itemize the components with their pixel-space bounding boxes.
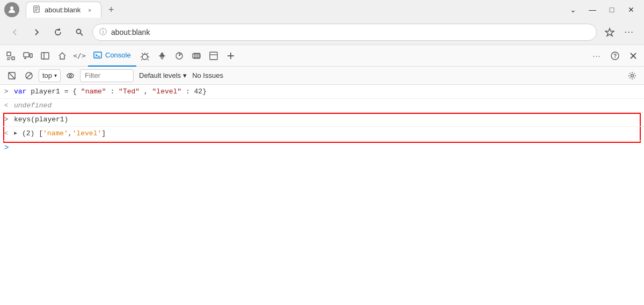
- svg-point-0: [10, 6, 13, 10]
- prompt-1: >: [4, 88, 11, 96]
- svg-point-20: [142, 54, 148, 60]
- minimize-button[interactable]: —: [584, 3, 601, 16]
- svg-line-25: [147, 59, 149, 60]
- code-colon-1: :: [110, 88, 119, 96]
- browser-content: </> Console: [0, 45, 644, 305]
- devtools-network-button[interactable]: [153, 47, 171, 64]
- console-lines-wrapper: > var player1 = { "name" : "Ted" , "leve…: [0, 85, 644, 155]
- devtools-source-button[interactable]: </>: [71, 47, 88, 64]
- devtools-home-button[interactable]: [54, 47, 71, 64]
- svg-marker-7: [605, 28, 614, 36]
- console-line-2: < undefined: [0, 99, 644, 113]
- devtools-sidebar-button[interactable]: [36, 47, 54, 64]
- console-block-button[interactable]: [21, 68, 36, 83]
- console-keys-call: keys(player1): [14, 115, 68, 124]
- devtools-memory-button[interactable]: [188, 47, 205, 64]
- chevron-down-button[interactable]: ⌄: [565, 3, 582, 16]
- console-toolbar: top ▾ Default levels ▾ No Issues: [0, 67, 644, 85]
- svg-line-53: [9, 72, 15, 79]
- new-tab-button[interactable]: +: [104, 2, 119, 17]
- profile-icon[interactable]: [4, 2, 19, 17]
- svg-line-24: [141, 59, 143, 60]
- more-button[interactable]: ···: [620, 24, 638, 41]
- search-button[interactable]: [71, 24, 88, 41]
- devtools-application-button[interactable]: [205, 47, 222, 64]
- console-line-3: > keys(player1): [0, 113, 644, 127]
- console-output: > var player1 = { "name" : "Ted" , "leve…: [0, 85, 644, 305]
- default-levels-button[interactable]: Default levels ▾: [136, 70, 190, 81]
- console-line-1: > var player1 = { "name" : "Ted" , "leve…: [0, 85, 644, 99]
- prompt-4: <: [4, 130, 11, 137]
- devtools-inspect-button[interactable]: [2, 47, 19, 64]
- forward-button[interactable]: [28, 24, 45, 41]
- devtools-debug-button[interactable]: [136, 47, 153, 64]
- console-tab-label: Console: [105, 51, 131, 59]
- tab-close-button[interactable]: ×: [85, 5, 94, 15]
- title-bar-controls: ⌄ — □ ✕: [565, 3, 640, 16]
- svg-line-6: [80, 33, 83, 35]
- maximize-button[interactable]: □: [603, 3, 620, 16]
- svg-text:?: ?: [613, 53, 617, 59]
- top-label: top: [42, 71, 52, 79]
- devtools-customize-button[interactable]: ···: [588, 47, 605, 64]
- code-num-42: 42}: [194, 88, 207, 96]
- devtools-more-tools-button[interactable]: [222, 47, 239, 64]
- array-item-name: 'name': [43, 129, 68, 137]
- svg-line-55: [26, 73, 32, 78]
- svg-rect-13: [30, 54, 32, 57]
- info-icon: ⓘ: [99, 27, 107, 37]
- svg-point-56: [67, 74, 74, 78]
- expand-array-icon[interactable]: ►: [14, 130, 20, 137]
- svg-rect-11: [12, 57, 14, 60]
- devtools-close-button[interactable]: [625, 47, 642, 64]
- address-input[interactable]: ⓘ about:blank: [92, 24, 597, 41]
- console-settings-button[interactable]: [625, 68, 640, 83]
- array-comma: ,: [68, 129, 72, 137]
- console-undefined: undefined: [14, 101, 52, 110]
- code-string-ted: "Ted": [119, 88, 140, 96]
- svg-rect-16: [41, 53, 49, 59]
- back-button[interactable]: [6, 24, 24, 41]
- svg-rect-12: [24, 53, 29, 57]
- top-dropdown-arrow: ▾: [54, 72, 57, 78]
- devtools-device-button[interactable]: [19, 47, 36, 64]
- console-eye-button[interactable]: [63, 68, 78, 83]
- default-levels-label: Default levels: [139, 71, 181, 79]
- top-selector[interactable]: top ▾: [39, 69, 61, 82]
- console-caret-line[interactable]: >: [0, 141, 644, 155]
- code-string-name: "name": [81, 88, 106, 96]
- devtools-toolbar: </> Console: [0, 45, 644, 67]
- tab-bar: about:blank × +: [26, 2, 119, 18]
- title-bar-left: about:blank × +: [4, 2, 119, 18]
- address-bar-actions: ···: [601, 24, 638, 41]
- array-close: ]: [101, 129, 106, 137]
- code-text-1: player1 = {: [31, 88, 77, 96]
- title-bar: about:blank × + ⌄ — □ ✕: [0, 0, 644, 19]
- active-tab[interactable]: about:blank ×: [26, 2, 101, 18]
- caret-symbol: >: [4, 143, 9, 152]
- svg-point-57: [69, 75, 71, 77]
- highlighted-block: > keys(player1) < ► (2) [ 'name' , 'leve…: [0, 113, 644, 141]
- filter-input[interactable]: [80, 69, 134, 82]
- array-item-level: 'level': [72, 129, 102, 137]
- close-window-button[interactable]: ✕: [623, 3, 640, 16]
- devtools-right-icons: ··· ?: [588, 47, 642, 64]
- refresh-button[interactable]: [49, 24, 67, 41]
- default-levels-arrow: ▾: [183, 71, 187, 79]
- code-colon-2: :: [186, 88, 194, 96]
- svg-rect-8: [7, 52, 11, 56]
- devtools-tab-console[interactable]: Console: [88, 45, 136, 67]
- devtools-performance-button[interactable]: [171, 47, 188, 64]
- favorite-button[interactable]: [601, 24, 618, 41]
- devtools-help-button[interactable]: ?: [606, 47, 624, 64]
- array-count: (2) [: [22, 129, 43, 137]
- prompt-2: <: [4, 102, 11, 110]
- console-code-1: var player1 = { "name" : "Ted" , "level"…: [14, 88, 207, 96]
- tab-title: about:blank: [45, 6, 80, 14]
- svg-rect-44: [210, 52, 217, 60]
- no-issues-label: No Issues: [192, 71, 223, 79]
- console-clear-button[interactable]: [4, 68, 19, 83]
- svg-point-58: [631, 74, 634, 77]
- address-bar-row: ⓘ about:blank ···: [0, 19, 644, 45]
- tab-page-icon: [33, 5, 40, 14]
